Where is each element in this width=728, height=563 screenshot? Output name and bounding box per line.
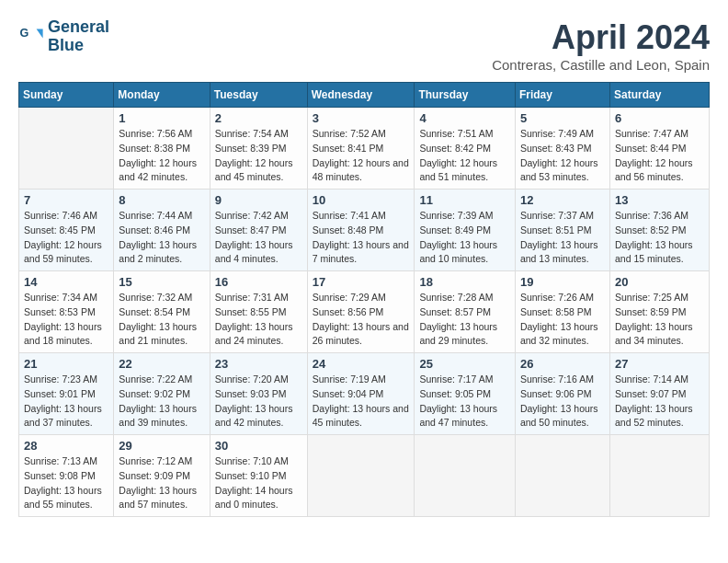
calendar-day-cell: 19Sunrise: 7:26 AMSunset: 8:58 PMDayligh… bbox=[515, 271, 609, 353]
calendar-week-row: 28Sunrise: 7:13 AMSunset: 9:08 PMDayligh… bbox=[19, 435, 710, 517]
svg-marker-1 bbox=[37, 29, 43, 38]
calendar-day-cell: 16Sunrise: 7:31 AMSunset: 8:55 PMDayligh… bbox=[210, 271, 307, 353]
calendar-day-cell: 12Sunrise: 7:37 AMSunset: 8:51 PMDayligh… bbox=[515, 190, 609, 271]
calendar-day-cell: 4Sunrise: 7:51 AMSunset: 8:42 PMDaylight… bbox=[415, 108, 516, 190]
day-info: Sunrise: 7:41 AMSunset: 8:48 PMDaylight:… bbox=[313, 209, 410, 267]
day-info: Sunrise: 7:20 AMSunset: 9:03 PMDaylight:… bbox=[215, 373, 302, 431]
day-number: 18 bbox=[419, 275, 510, 289]
day-info: Sunrise: 7:44 AMSunset: 8:46 PMDaylight:… bbox=[119, 209, 204, 267]
day-number: 27 bbox=[615, 357, 704, 371]
title-area: April 2024 Contreras, Castille and Leon,… bbox=[492, 18, 710, 73]
calendar-week-row: 7Sunrise: 7:46 AMSunset: 8:45 PMDaylight… bbox=[19, 190, 710, 271]
day-info: Sunrise: 7:56 AMSunset: 8:38 PMDaylight:… bbox=[119, 127, 204, 185]
day-info: Sunrise: 7:42 AMSunset: 8:47 PMDaylight:… bbox=[215, 209, 302, 267]
day-number: 28 bbox=[24, 439, 108, 453]
day-number: 17 bbox=[313, 275, 410, 289]
day-info: Sunrise: 7:47 AMSunset: 8:44 PMDaylight:… bbox=[615, 127, 704, 185]
day-number: 16 bbox=[215, 275, 302, 289]
day-info: Sunrise: 7:12 AMSunset: 9:09 PMDaylight:… bbox=[119, 454, 204, 512]
day-of-week-header: Friday bbox=[515, 83, 609, 108]
day-info: Sunrise: 7:22 AMSunset: 9:02 PMDaylight:… bbox=[119, 373, 204, 431]
month-year: April 2024 bbox=[492, 18, 710, 57]
calendar-day-cell: 25Sunrise: 7:17 AMSunset: 9:05 PMDayligh… bbox=[415, 353, 516, 435]
day-info: Sunrise: 7:37 AMSunset: 8:51 PMDaylight:… bbox=[520, 209, 605, 267]
location: Contreras, Castille and Leon, Spain bbox=[492, 57, 710, 73]
day-info: Sunrise: 7:28 AMSunset: 8:57 PMDaylight:… bbox=[419, 291, 510, 349]
calendar-day-cell: 6Sunrise: 7:47 AMSunset: 8:44 PMDaylight… bbox=[609, 108, 709, 190]
calendar-day-cell: 30Sunrise: 7:10 AMSunset: 9:10 PMDayligh… bbox=[210, 435, 307, 517]
calendar-day-cell: 26Sunrise: 7:16 AMSunset: 9:06 PMDayligh… bbox=[515, 353, 609, 435]
calendar-day-cell: 22Sunrise: 7:22 AMSunset: 9:02 PMDayligh… bbox=[114, 353, 210, 435]
page-header: G General Blue April 2024 Contreras, Cas… bbox=[18, 18, 710, 73]
calendar-day-cell: 14Sunrise: 7:34 AMSunset: 8:53 PMDayligh… bbox=[19, 271, 114, 353]
day-of-week-header: Saturday bbox=[609, 83, 709, 108]
day-info: Sunrise: 7:10 AMSunset: 9:10 PMDaylight:… bbox=[215, 454, 302, 512]
day-info: Sunrise: 7:17 AMSunset: 9:05 PMDaylight:… bbox=[419, 373, 510, 431]
day-info: Sunrise: 7:36 AMSunset: 8:52 PMDaylight:… bbox=[615, 209, 704, 267]
logo-text: General Blue bbox=[48, 18, 109, 55]
day-of-week-header: Tuesday bbox=[210, 83, 307, 108]
day-info: Sunrise: 7:54 AMSunset: 8:39 PMDaylight:… bbox=[215, 127, 302, 185]
day-info: Sunrise: 7:31 AMSunset: 8:55 PMDaylight:… bbox=[215, 291, 302, 349]
day-number: 21 bbox=[24, 357, 108, 371]
calendar-day-cell: 7Sunrise: 7:46 AMSunset: 8:45 PMDaylight… bbox=[19, 190, 114, 271]
day-info: Sunrise: 7:29 AMSunset: 8:56 PMDaylight:… bbox=[313, 291, 410, 349]
day-number: 13 bbox=[615, 193, 704, 207]
day-number: 20 bbox=[615, 275, 704, 289]
day-number: 1 bbox=[119, 111, 204, 125]
calendar-day-cell: 18Sunrise: 7:28 AMSunset: 8:57 PMDayligh… bbox=[415, 271, 516, 353]
day-number: 26 bbox=[520, 357, 605, 371]
day-info: Sunrise: 7:49 AMSunset: 8:43 PMDaylight:… bbox=[520, 127, 605, 185]
logo: G General Blue bbox=[18, 18, 109, 55]
calendar-day-cell: 8Sunrise: 7:44 AMSunset: 8:46 PMDaylight… bbox=[114, 190, 210, 271]
day-number: 9 bbox=[215, 193, 302, 207]
day-info: Sunrise: 7:14 AMSunset: 9:07 PMDaylight:… bbox=[615, 373, 704, 431]
calendar-day-cell bbox=[307, 435, 415, 517]
day-info: Sunrise: 7:51 AMSunset: 8:42 PMDaylight:… bbox=[419, 127, 510, 185]
day-number: 19 bbox=[520, 275, 605, 289]
day-info: Sunrise: 7:19 AMSunset: 9:04 PMDaylight:… bbox=[313, 373, 410, 431]
day-number: 29 bbox=[119, 439, 204, 453]
calendar-day-cell bbox=[515, 435, 609, 517]
day-info: Sunrise: 7:26 AMSunset: 8:58 PMDaylight:… bbox=[520, 291, 605, 349]
day-number: 24 bbox=[313, 357, 410, 371]
day-info: Sunrise: 7:52 AMSunset: 8:41 PMDaylight:… bbox=[313, 127, 410, 185]
day-number: 4 bbox=[419, 111, 510, 125]
calendar-day-cell: 21Sunrise: 7:23 AMSunset: 9:01 PMDayligh… bbox=[19, 353, 114, 435]
calendar-day-cell: 11Sunrise: 7:39 AMSunset: 8:49 PMDayligh… bbox=[415, 190, 516, 271]
calendar-day-cell: 10Sunrise: 7:41 AMSunset: 8:48 PMDayligh… bbox=[307, 190, 415, 271]
calendar-day-cell: 9Sunrise: 7:42 AMSunset: 8:47 PMDaylight… bbox=[210, 190, 307, 271]
day-number: 23 bbox=[215, 357, 302, 371]
day-info: Sunrise: 7:39 AMSunset: 8:49 PMDaylight:… bbox=[419, 209, 510, 267]
logo-icon: G bbox=[18, 24, 44, 50]
calendar-day-cell: 23Sunrise: 7:20 AMSunset: 9:03 PMDayligh… bbox=[210, 353, 307, 435]
day-number: 11 bbox=[419, 193, 510, 207]
calendar-day-cell: 1Sunrise: 7:56 AMSunset: 8:38 PMDaylight… bbox=[114, 108, 210, 190]
calendar-week-row: 1Sunrise: 7:56 AMSunset: 8:38 PMDaylight… bbox=[19, 108, 710, 190]
calendar-week-row: 14Sunrise: 7:34 AMSunset: 8:53 PMDayligh… bbox=[19, 271, 710, 353]
day-of-week-header: Wednesday bbox=[307, 83, 415, 108]
day-number: 22 bbox=[119, 357, 204, 371]
day-number: 7 bbox=[24, 193, 108, 207]
calendar-day-cell: 27Sunrise: 7:14 AMSunset: 9:07 PMDayligh… bbox=[609, 353, 709, 435]
calendar-day-cell bbox=[609, 435, 709, 517]
day-of-week-header: Thursday bbox=[415, 83, 516, 108]
day-info: Sunrise: 7:32 AMSunset: 8:54 PMDaylight:… bbox=[119, 291, 204, 349]
day-info: Sunrise: 7:16 AMSunset: 9:06 PMDaylight:… bbox=[520, 373, 605, 431]
day-number: 6 bbox=[615, 111, 704, 125]
day-info: Sunrise: 7:25 AMSunset: 8:59 PMDaylight:… bbox=[615, 291, 704, 349]
svg-text:G: G bbox=[19, 27, 28, 40]
calendar-day-cell: 28Sunrise: 7:13 AMSunset: 9:08 PMDayligh… bbox=[19, 435, 114, 517]
day-info: Sunrise: 7:46 AMSunset: 8:45 PMDaylight:… bbox=[24, 209, 108, 267]
day-number: 25 bbox=[419, 357, 510, 371]
day-of-week-header: Monday bbox=[114, 83, 210, 108]
calendar-day-cell: 17Sunrise: 7:29 AMSunset: 8:56 PMDayligh… bbox=[307, 271, 415, 353]
calendar-day-cell: 20Sunrise: 7:25 AMSunset: 8:59 PMDayligh… bbox=[609, 271, 709, 353]
day-number: 30 bbox=[215, 439, 302, 453]
calendar-day-cell: 29Sunrise: 7:12 AMSunset: 9:09 PMDayligh… bbox=[114, 435, 210, 517]
calendar-day-cell: 2Sunrise: 7:54 AMSunset: 8:39 PMDaylight… bbox=[210, 108, 307, 190]
calendar-day-cell: 15Sunrise: 7:32 AMSunset: 8:54 PMDayligh… bbox=[114, 271, 210, 353]
day-info: Sunrise: 7:13 AMSunset: 9:08 PMDaylight:… bbox=[24, 454, 108, 512]
day-number: 3 bbox=[313, 111, 410, 125]
calendar-day-cell bbox=[415, 435, 516, 517]
